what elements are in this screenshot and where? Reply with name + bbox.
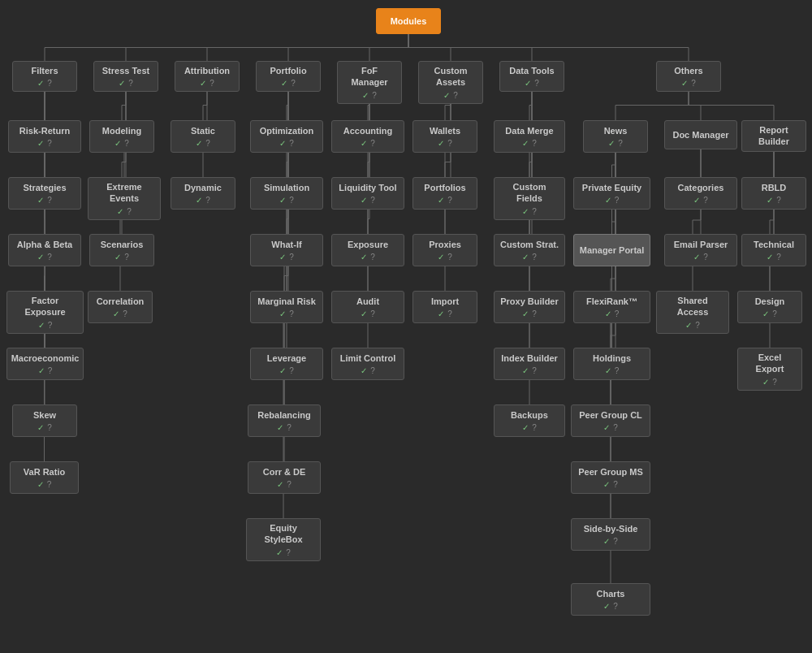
node-audit[interactable]: Audit✓? <box>331 291 404 323</box>
node-optimization[interactable]: Optimization✓? <box>250 120 323 153</box>
node-label-portfolios: Portfolios <box>424 182 465 193</box>
node-report_builder[interactable]: Report Builder <box>741 120 806 152</box>
question-icon: ? <box>289 366 294 375</box>
node-label-exposure: Exposure <box>348 239 388 250</box>
node-charts[interactable]: Charts✓? <box>571 583 650 616</box>
node-label-equity_stylebox: Equity StyleBox <box>252 522 315 546</box>
node-label-risk_return: Risk-Return <box>19 125 70 136</box>
node-icons-others: ✓? <box>681 79 696 88</box>
node-risk_return[interactable]: Risk-Return✓? <box>8 120 81 153</box>
node-label-wallets: Wallets <box>430 125 460 136</box>
node-scenarios[interactable]: Scenarios✓? <box>89 234 154 266</box>
node-label-modeling: Modeling <box>102 125 141 136</box>
check-icon: ✓ <box>37 480 44 489</box>
node-private_equity[interactable]: Private Equity✓? <box>573 177 650 210</box>
node-limit_control[interactable]: Limit Control✓? <box>331 348 404 380</box>
node-equity_stylebox[interactable]: Equity StyleBox✓? <box>246 518 321 561</box>
node-icons-categories: ✓? <box>693 196 708 205</box>
node-peer_group_cl[interactable]: Peer Group CL✓? <box>571 404 650 437</box>
node-correlation[interactable]: Correlation✓? <box>88 291 153 323</box>
question-icon: ? <box>532 366 537 375</box>
node-email_parser[interactable]: Email Parser✓? <box>664 234 737 266</box>
node-extreme_events[interactable]: Extreme Events✓? <box>88 177 161 220</box>
node-strategies[interactable]: Strategies✓? <box>8 177 81 210</box>
node-categories[interactable]: Categories✓? <box>664 177 737 210</box>
node-portfolios[interactable]: Portfolios✓? <box>412 177 477 210</box>
node-attribution[interactable]: Attribution✓? <box>175 61 240 92</box>
node-simulation[interactable]: Simulation✓? <box>250 177 323 210</box>
node-label-scenarios: Scenarios <box>101 239 144 250</box>
node-icons-scenarios: ✓? <box>114 253 129 262</box>
check-icon: ✓ <box>361 253 367 262</box>
question-icon: ? <box>532 139 537 148</box>
node-news[interactable]: News✓? <box>583 120 648 153</box>
node-wallets[interactable]: Wallets✓? <box>412 120 477 153</box>
node-doc_manager[interactable]: Doc Manager <box>664 120 737 149</box>
node-rbld[interactable]: RBLD✓? <box>741 177 806 210</box>
node-custom_strat[interactable]: Custom Strat.✓? <box>494 234 565 266</box>
node-others[interactable]: Others✓? <box>656 61 721 92</box>
node-data_merge[interactable]: Data Merge✓? <box>494 120 565 153</box>
check-icon: ✓ <box>605 309 611 318</box>
check-icon: ✓ <box>438 139 444 148</box>
node-proxies[interactable]: Proxies✓? <box>412 234 477 266</box>
node-side_by_side[interactable]: Side-by-Side✓? <box>571 518 650 551</box>
node-portfolio[interactable]: Portfolio✓? <box>256 61 321 92</box>
check-icon: ✓ <box>37 253 44 262</box>
node-what_if[interactable]: What-If✓? <box>250 234 323 266</box>
node-label-categories: Categories <box>678 182 724 193</box>
node-label-static: Static <box>191 125 215 136</box>
node-peer_group_ms[interactable]: Peer Group MS✓? <box>571 461 650 494</box>
check-icon: ✓ <box>117 207 123 216</box>
question-icon: ? <box>205 196 210 205</box>
node-label-index_builder: Index Builder <box>501 352 558 364</box>
node-icons-filters: ✓? <box>37 79 52 88</box>
node-static[interactable]: Static✓? <box>171 120 235 153</box>
node-exposure[interactable]: Exposure✓? <box>331 234 404 266</box>
question-icon: ? <box>47 253 52 262</box>
node-data_tools[interactable]: Data Tools✓? <box>499 61 564 92</box>
node-factor_exposure[interactable]: Factor Exposure✓? <box>6 291 84 334</box>
node-icons-shared_access: ✓? <box>685 321 700 330</box>
node-flexirank[interactable]: FlexiRank™✓? <box>573 291 650 323</box>
node-accounting[interactable]: Accounting✓? <box>331 120 404 153</box>
node-shared_access[interactable]: Shared Access✓? <box>656 291 729 334</box>
node-skew[interactable]: Skew✓? <box>12 404 77 437</box>
node-holdings[interactable]: Holdings✓? <box>573 348 650 380</box>
node-index_builder[interactable]: Index Builder✓? <box>494 348 565 380</box>
node-dynamic[interactable]: Dynamic✓? <box>171 177 235 210</box>
node-import[interactable]: Import✓? <box>412 291 477 323</box>
node-icons-design: ✓? <box>762 309 777 318</box>
node-backups[interactable]: Backups✓? <box>494 404 565 437</box>
node-fof_manager[interactable]: FoF Manager✓? <box>337 61 402 104</box>
node-custom_assets[interactable]: Custom Assets✓? <box>418 61 483 104</box>
node-modeling[interactable]: Modeling✓? <box>89 120 154 153</box>
node-liquidity_tool[interactable]: Liquidity Tool✓? <box>331 177 404 210</box>
question-icon: ? <box>48 366 53 375</box>
node-var_ratio[interactable]: VaR Ratio✓? <box>10 461 79 494</box>
node-label-strategies: Strategies <box>23 182 66 193</box>
node-custom_fields[interactable]: Custom Fields✓? <box>494 177 565 220</box>
node-icons-news: ✓? <box>608 139 623 148</box>
node-modules[interactable]: Modules <box>376 8 441 34</box>
node-label-alpha_beta: Alpha & Beta <box>17 239 72 250</box>
node-design[interactable]: Design✓? <box>737 291 802 323</box>
question-icon: ? <box>209 79 214 88</box>
node-corr_de[interactable]: Corr & DE✓? <box>248 461 321 494</box>
node-icons-attribution: ✓? <box>200 79 214 88</box>
node-filters[interactable]: Filters✓? <box>12 61 77 92</box>
node-rebalancing[interactable]: Rebalancing✓? <box>248 404 321 437</box>
node-excel_export[interactable]: Excel Export✓? <box>737 348 802 391</box>
node-alpha_beta[interactable]: Alpha & Beta✓? <box>8 234 81 266</box>
node-manager_portal[interactable]: Manager Portal <box>573 234 650 266</box>
node-marginal_risk[interactable]: Marginal Risk✓? <box>250 291 323 323</box>
node-technical[interactable]: Technical✓? <box>741 234 806 266</box>
question-icon: ? <box>47 423 52 432</box>
node-leverage[interactable]: Leverage✓? <box>250 348 323 380</box>
node-macroeconomic[interactable]: Macroeconomic✓? <box>6 348 84 380</box>
node-icons-what_if: ✓? <box>279 253 294 262</box>
node-stress_test[interactable]: Stress Test✓? <box>93 61 158 92</box>
check-icon: ✓ <box>279 196 286 205</box>
node-label-leverage: Leverage <box>267 352 306 364</box>
node-proxy_builder[interactable]: Proxy Builder✓? <box>494 291 565 323</box>
